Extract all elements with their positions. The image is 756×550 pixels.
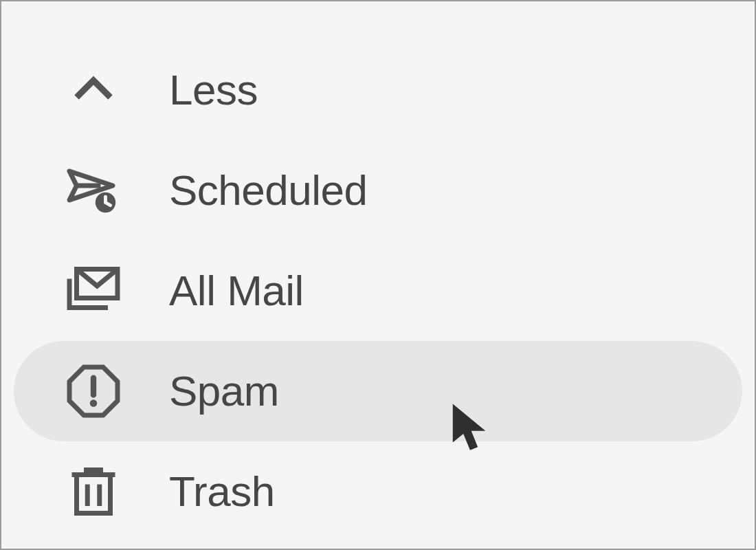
sidebar-item-all-mail[interactable]: All Mail xyxy=(14,241,742,341)
sidebar-item-less[interactable]: Less xyxy=(14,40,742,140)
trash-icon xyxy=(65,463,122,520)
scheduled-send-icon xyxy=(65,162,122,219)
all-mail-icon xyxy=(65,262,122,320)
sidebar-item-label: Scheduled xyxy=(169,169,368,212)
sidebar-list: Less Scheduled xyxy=(14,40,742,542)
sidebar-item-label: Spam xyxy=(169,370,279,412)
sidebar-item-label: Trash xyxy=(169,470,275,513)
sidebar-item-spam[interactable]: Spam xyxy=(14,341,742,441)
spam-octagon-icon xyxy=(65,362,122,420)
sidebar-panel: Less Scheduled xyxy=(0,0,756,550)
chevron-up-icon xyxy=(65,61,122,119)
sidebar-item-scheduled[interactable]: Scheduled xyxy=(14,140,742,241)
svg-point-5 xyxy=(90,399,98,407)
sidebar-item-label: All Mail xyxy=(169,270,304,312)
sidebar-item-trash[interactable]: Trash xyxy=(14,441,742,542)
sidebar-item-label: Less xyxy=(169,69,258,111)
